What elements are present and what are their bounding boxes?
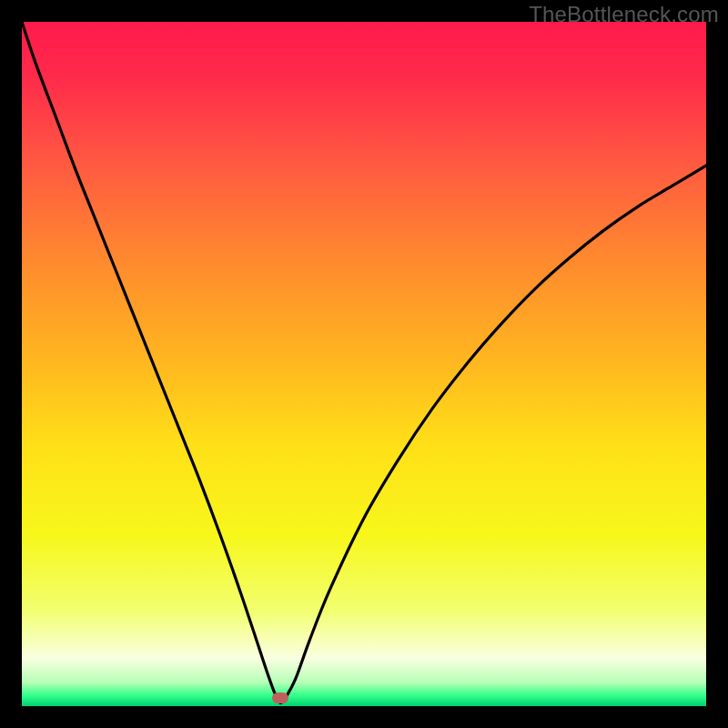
watermark-text: TheBottleneck.com bbox=[529, 2, 719, 27]
chart-frame bbox=[22, 22, 706, 706]
bottleneck-curve bbox=[22, 22, 706, 706]
minimum-marker bbox=[272, 693, 288, 703]
